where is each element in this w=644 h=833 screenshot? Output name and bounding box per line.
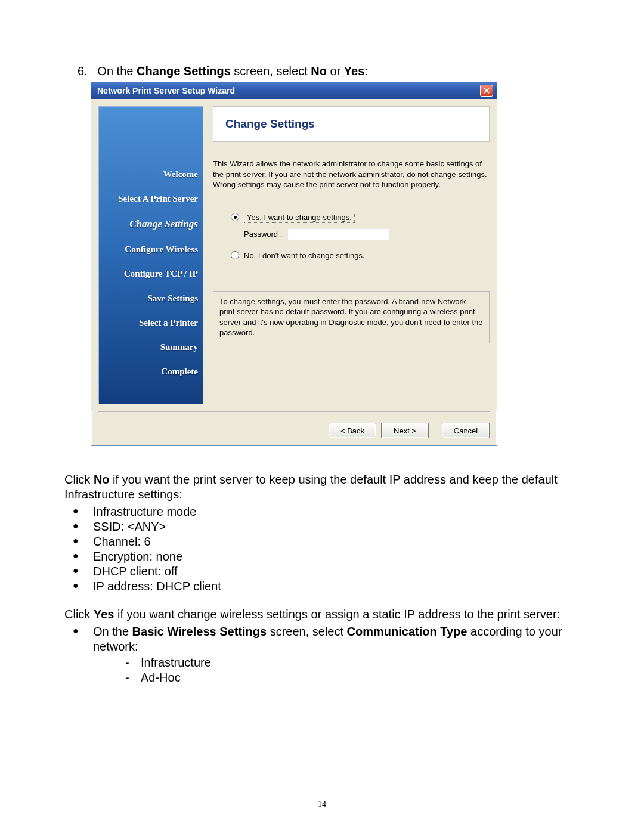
sidebar-item-welcome: Welcome — [104, 169, 198, 179]
sidebar-item-complete: Complete — [104, 367, 198, 377]
password-note: To change settings, you must enter the p… — [213, 291, 490, 343]
cancel-button[interactable]: Cancel — [442, 423, 490, 438]
sidebar-item-save-settings: Save Settings — [104, 293, 198, 304]
window-title: Network Print Server Setup Wizard — [97, 86, 235, 95]
password-label: Password : — [244, 230, 282, 239]
titlebar: Network Print Server Setup Wizard — [91, 82, 497, 99]
sidebar-steps: Welcome Select A Print Server Change Set… — [104, 169, 198, 391]
list-item: Ad-Hoc — [93, 670, 584, 685]
password-input[interactable] — [287, 228, 389, 240]
wizard-window: Network Print Server Setup Wizard Welcom… — [91, 82, 497, 446]
content-header: Change Settings — [213, 106, 490, 142]
close-icon — [484, 88, 490, 94]
click-yes-paragraph: Click Yes if you want change wireless se… — [64, 607, 584, 622]
radio-no-label: No, I don't want to change settings. — [244, 251, 365, 260]
list-item: Infrastructure — [93, 655, 584, 670]
comm-type-list: Infrastructure Ad-Hoc — [93, 655, 584, 685]
list-item: DHCP client: off — [64, 564, 584, 579]
content-description: This Wizard allows the network administr… — [213, 159, 490, 190]
radio-yes-dot[interactable] — [231, 213, 239, 221]
radio-yes[interactable]: Yes, I want to change settings. — [231, 212, 490, 223]
wizard-content: Change Settings This Wizard allows the n… — [203, 106, 490, 404]
step-num: 6. — [78, 64, 88, 78]
click-no-paragraph: Click No if you want the print server to… — [64, 472, 584, 502]
list-item: Channel: 6 — [64, 534, 584, 549]
page-number: 14 — [0, 800, 644, 809]
step-intro: 6. On the Change Settings screen, select… — [79, 64, 584, 78]
radio-yes-label: Yes, I want to change settings. — [244, 212, 355, 223]
sidebar-item-summary: Summary — [104, 342, 198, 352]
close-button[interactable] — [480, 85, 493, 97]
wizard-footer: < Back Next > Cancel — [98, 411, 490, 438]
sidebar-item-configure-tcpip: Configure TCP / IP — [104, 269, 198, 279]
radio-no[interactable]: No, I don't want to change settings. — [231, 251, 490, 260]
list-item: On the Basic Wireless Settings screen, s… — [64, 624, 584, 685]
password-row: Password : — [244, 228, 490, 240]
sidebar-item-change-settings: Change Settings — [104, 218, 198, 230]
back-button[interactable]: < Back — [329, 423, 376, 438]
content-title: Change Settings — [225, 117, 477, 131]
radio-no-dot[interactable] — [231, 251, 239, 259]
yes-steps-list: On the Basic Wireless Settings screen, s… — [64, 624, 584, 685]
list-item: Infrastructure mode — [64, 504, 584, 519]
sidebar-item-configure-wireless: Configure Wireless — [104, 244, 198, 255]
sidebar-item-select-server: Select A Print Server — [104, 194, 198, 204]
wizard-sidebar: Welcome Select A Print Server Change Set… — [98, 106, 203, 404]
defaults-list: Infrastructure mode SSID: <ANY> Channel:… — [64, 504, 584, 594]
list-item: SSID: <ANY> — [64, 519, 584, 534]
sidebar-item-select-printer: Select a Printer — [104, 318, 198, 328]
list-item: Encryption: none — [64, 549, 584, 564]
next-button[interactable]: Next > — [381, 423, 429, 438]
list-item: IP address: DHCP client — [64, 579, 584, 594]
